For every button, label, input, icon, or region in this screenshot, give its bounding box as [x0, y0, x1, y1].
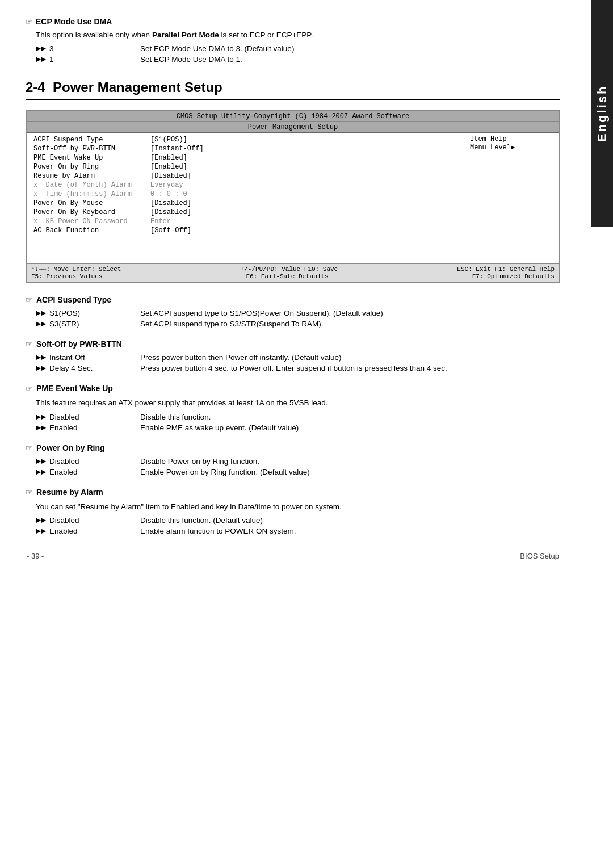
pme-arrow-icon: ☞ — [26, 384, 33, 393]
bios-row-keyboard: Power On By Keyboard [Disabled] — [31, 208, 458, 217]
ecp-option-2-key: 1 — [49, 55, 140, 64]
ring-option-enabled: ▶▶ Enabled Enable Power on by Ring funct… — [36, 468, 560, 476]
bios-row-pme: PME Event Wake Up [Enabled] — [31, 153, 458, 162]
subsection-pme: ☞ PME Event Wake Up This feature require… — [26, 384, 560, 431]
bios-footer-move: ↑↓→←: Move Enter: Select — [31, 266, 121, 272]
alarm-disabled-label: Disabled — [49, 516, 140, 525]
bios-footer-optimized: F7: Optimized Defaults — [472, 273, 555, 280]
ecp-description: This option is available only when Paral… — [36, 30, 560, 41]
ecp-section: ☞ ECP Mode Use DMA This option is availa… — [26, 17, 560, 64]
softoff-body: ▶▶ Instant-Off Press power button then P… — [36, 353, 560, 372]
ecp-title: ECP Mode Use DMA — [36, 17, 112, 26]
page-divider — [26, 547, 560, 547]
bios-row-ring: Power On by Ring [Enabled] — [31, 162, 458, 171]
pme-body: This feature requires an ATX power suppl… — [36, 397, 560, 431]
ring-arrow-icon: ☞ — [26, 443, 33, 452]
ecp-option-1: ▶▶ 3 Set ECP Mode Use DMA to 3. (Default… — [36, 44, 560, 53]
english-tab: English — [591, 0, 613, 227]
bios-footer: ↑↓→←: Move Enter: Select +/-/PU/PD: Valu… — [27, 263, 559, 282]
softoff-option-delay: ▶▶ Delay 4 Sec. Press power button 4 sec… — [36, 364, 560, 372]
bios-footer-value: +/-/PU/PD: Value F10: Save — [241, 266, 338, 272]
footer-label: BIOS Setup — [520, 552, 559, 560]
bios-left-panel: ACPI Suspend Type [S1(POS)] Soft-Off by … — [31, 135, 464, 261]
alarm-heading: ☞ Resume by Alarm — [26, 488, 560, 497]
ecp-option-2-desc: Set ECP Mode Use DMA to 1. — [140, 55, 560, 64]
bios-row-kb-password: x KB Power ON Password Enter — [31, 217, 458, 226]
acpi-option-s1: ▶▶ S1(POS) Set ACPI suspend type to S1/P… — [36, 309, 560, 317]
chapter-heading: 2-4 Power Management Setup — [26, 79, 560, 100]
subsection-softoff: ☞ Soft-Off by PWR-BTTN ▶▶ Instant-Off Pr… — [26, 339, 560, 372]
acpi-body: ▶▶ S1(POS) Set ACPI suspend type to S1/P… — [36, 309, 560, 328]
page-footer: - 39 - BIOS Setup — [26, 552, 560, 560]
page-number: - 39 - — [27, 552, 44, 560]
subsection-alarm: ☞ Resume by Alarm You can set "Resume by… — [26, 488, 560, 535]
alarm-body: You can set "Resume by Alarm" item to En… — [36, 501, 560, 535]
alarm-title: Resume by Alarm — [36, 488, 103, 497]
ecp-body: This option is available only when Paral… — [36, 30, 560, 64]
bios-row-acpi: ACPI Suspend Type [S1(POS)] — [31, 135, 458, 144]
ring-body: ▶▶ Disabled Disable Power on by Ring fun… — [36, 457, 560, 476]
softoff-arrow-icon: ☞ — [26, 339, 33, 349]
bios-header-2: Power Management Setup — [27, 122, 559, 133]
ecp-heading: ☞ ECP Mode Use DMA — [26, 17, 560, 26]
ring-heading: ☞ Power On by Ring — [26, 443, 560, 452]
bios-row-mouse: Power On By Mouse [Disabled] — [31, 199, 458, 208]
bios-header-1: CMOS Setup Utility-Copyright (C) 1984-20… — [27, 111, 559, 122]
ecp-option-1-arrow: ▶▶ — [36, 44, 46, 52]
ecp-option-1-desc: Set ECP Mode Use DMA to 3. (Default valu… — [140, 44, 560, 53]
pme-option-enabled: ▶▶ Enabled Enable PME as wake up event. … — [36, 423, 560, 432]
acpi-heading: ☞ ACPI Suspend Type — [26, 295, 560, 304]
acpi-option-s3: ▶▶ S3(STR) Set ACPI suspend type to S3/S… — [36, 320, 560, 328]
bios-menu-level: Menu Level▶ — [470, 143, 555, 152]
alarm-arrow-icon: ☞ — [26, 488, 33, 497]
bios-right-panel: Item Help Menu Level▶ — [464, 135, 555, 261]
bios-row-time: x Time (hh:mm:ss) Alarm 0 : 0 : 0 — [31, 190, 458, 199]
alarm-description: You can set "Resume by Alarm" item to En… — [36, 501, 560, 513]
pme-description: This feature requires an ATX power suppl… — [36, 397, 560, 409]
main-content: ☞ ECP Mode Use DMA This option is availa… — [0, 0, 591, 577]
acpi-arrow-icon: ☞ — [26, 295, 33, 304]
pme-option-disabled: ▶▶ Disabled Disable this function. — [36, 413, 560, 421]
bios-footer-exit: ESC: Exit F1: General Help — [457, 266, 555, 272]
ring-title: Power On by Ring — [36, 443, 105, 452]
bios-item-help: Item Help — [470, 135, 555, 143]
bios-screen: CMOS Setup Utility-Copyright (C) 1984-20… — [26, 110, 560, 283]
softoff-title: Soft-Off by PWR-BTTN — [36, 339, 122, 349]
softoff-option-instant: ▶▶ Instant-Off Press power button then P… — [36, 353, 560, 362]
bios-row-ac-back: AC Back Function [Soft-Off] — [31, 226, 458, 235]
bios-footer-failsafe: F6: Fail-Safe Defaults — [246, 273, 328, 280]
bios-footer-prev: F5: Previous Values — [31, 273, 102, 280]
bios-row-softoff: Soft-Off by PWR-BTTN [Instant-Off] — [31, 144, 458, 153]
subsection-acpi: ☞ ACPI Suspend Type ▶▶ S1(POS) Set ACPI … — [26, 295, 560, 328]
acpi-title: ACPI Suspend Type — [36, 295, 111, 304]
ecp-option-2: ▶▶ 1 Set ECP Mode Use DMA to 1. — [36, 55, 560, 64]
alarm-option-enabled: ▶▶ Enabled Enable alarm function to POWE… — [36, 527, 560, 535]
pme-heading: ☞ PME Event Wake Up — [26, 384, 560, 393]
ring-option-disabled: ▶▶ Disabled Disable Power on by Ring fun… — [36, 457, 560, 466]
ecp-option-2-arrow: ▶▶ — [36, 55, 46, 63]
bios-body: ACPI Suspend Type [S1(POS)] Soft-Off by … — [27, 133, 559, 263]
pme-title: PME Event Wake Up — [36, 384, 113, 393]
ecp-option-1-key: 3 — [49, 44, 140, 53]
softoff-heading: ☞ Soft-Off by PWR-BTTN — [26, 339, 560, 349]
subsection-ring: ☞ Power On by Ring ▶▶ Disabled Disable P… — [26, 443, 560, 476]
bios-row-date: x Date (of Month) Alarm Everyday — [31, 181, 458, 190]
alarm-option-disabled: ▶▶ Disabled Disable this function. (Defa… — [36, 516, 560, 525]
ecp-arrow-icon: ☞ — [26, 18, 32, 26]
bios-row-alarm: Resume by Alarm [Disabled] — [31, 171, 458, 181]
